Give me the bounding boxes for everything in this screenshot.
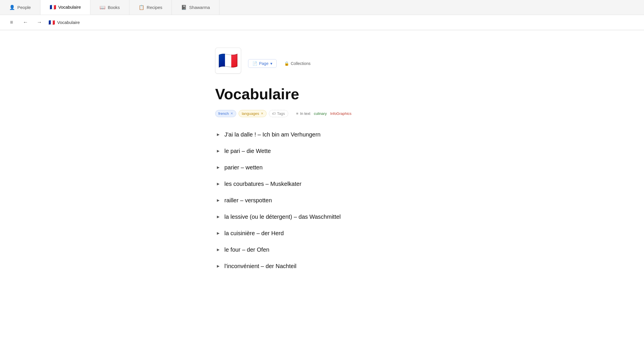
- page-title: Vocabulaire: [215, 85, 481, 103]
- page-header-actions: 📄 Page ▾ 🔒 Collections: [248, 48, 314, 68]
- add-tag-label: Tags: [277, 111, 285, 116]
- tags-row: french ✕ languages ✕ 🏷 Tags ≡ In text cu…: [215, 110, 481, 117]
- page-type-button[interactable]: 📄 Page ▾: [248, 59, 277, 68]
- vocab-text-3: les courbatures – Muskelkater: [224, 180, 301, 188]
- vocab-item-6[interactable]: ▶ la cuisinière – der Herd: [215, 225, 481, 242]
- vocab-text-4: railler – verspotten: [224, 196, 272, 204]
- list-lines-icon: ≡: [296, 111, 299, 116]
- toggle-icon-0[interactable]: ▶: [215, 132, 221, 137]
- tab-people-label: People: [17, 5, 31, 10]
- vocab-text-8: l'inconvénient – der Nachteil: [224, 262, 297, 270]
- toggle-icon-6[interactable]: ▶: [215, 230, 221, 236]
- french-flag-toolbar-icon: 🇫🇷: [49, 19, 55, 26]
- vocab-text-6: la cuisinière – der Herd: [224, 229, 284, 237]
- tab-shawarma-label: Shawarma: [189, 5, 210, 10]
- vocab-text-7: le four – der Ofen: [224, 246, 269, 254]
- back-icon: ←: [23, 19, 28, 25]
- back-button[interactable]: ←: [21, 18, 30, 27]
- vocabulary-list: ▶ J'ai la dalle ! – Ich bin am Verhunger…: [215, 126, 481, 274]
- collections-icon: 🔒: [284, 61, 289, 66]
- vocab-text-2: parier – wetten: [224, 163, 263, 171]
- shawarma-icon: 📓: [181, 5, 187, 10]
- vocab-item-7[interactable]: ▶ le four – der Ofen: [215, 242, 481, 258]
- tag-languages-label: languages: [242, 111, 259, 116]
- vocab-item-8[interactable]: ▶ l'inconvénient – der Nachteil: [215, 258, 481, 274]
- toggle-icon-7[interactable]: ▶: [215, 247, 221, 253]
- page-btn-icon: 📄: [252, 61, 257, 66]
- list-icon: ≡: [10, 19, 13, 25]
- toggle-icon-3[interactable]: ▶: [215, 181, 221, 187]
- collections-button[interactable]: 🔒 Collections: [280, 59, 314, 68]
- related-tag-culinary[interactable]: culinary: [314, 111, 327, 116]
- vocab-text-5: la lessive (ou le détergent) – das Wasch…: [224, 213, 341, 221]
- forward-button[interactable]: →: [35, 18, 44, 27]
- related-section: ≡ In text culinary InfoGraphics: [296, 111, 352, 116]
- toolbar-title-container: 🇫🇷 Vocabulaire: [49, 19, 80, 26]
- tag-french[interactable]: french ✕: [215, 110, 236, 117]
- page-header: 🇫🇷 📄 Page ▾ 🔒 Collections: [215, 42, 481, 74]
- tab-vocabulaire-label: Vocabulaire: [58, 5, 81, 10]
- list-view-button[interactable]: ≡: [7, 18, 16, 27]
- in-text-container: ≡ In text: [296, 111, 310, 116]
- tab-books-label: Books: [108, 5, 120, 10]
- chevron-down-icon: ▾: [270, 61, 272, 66]
- page-content: 🇫🇷 📄 Page ▾ 🔒 Collections Vocabulaire fr…: [163, 30, 481, 286]
- vocab-text-1: le pari – die Wette: [224, 147, 271, 155]
- in-text-label-text: In text: [300, 111, 310, 116]
- toolbar-page-title: Vocabulaire: [57, 20, 80, 25]
- vocab-item-1[interactable]: ▶ le pari – die Wette: [215, 143, 481, 159]
- toggle-icon-8[interactable]: ▶: [215, 263, 221, 269]
- tab-shawarma[interactable]: 📓 Shawarma: [172, 0, 219, 15]
- page-btn-label: Page: [259, 61, 269, 66]
- collections-btn-label: Collections: [291, 61, 310, 66]
- tab-people[interactable]: 👤 People: [0, 0, 40, 15]
- tab-recipes[interactable]: 📋 Recipes: [129, 0, 172, 15]
- vocab-item-2[interactable]: ▶ parier – wetten: [215, 159, 481, 176]
- vocab-item-0[interactable]: ▶ J'ai la dalle ! – Ich bin am Verhunger…: [215, 126, 481, 143]
- tab-vocabulaire[interactable]: 🇫🇷 Vocabulaire: [40, 0, 90, 15]
- vocab-item-3[interactable]: ▶ les courbatures – Muskelkater: [215, 176, 481, 192]
- tag-languages[interactable]: languages ✕: [239, 110, 267, 117]
- toggle-icon-2[interactable]: ▶: [215, 164, 221, 170]
- tag-languages-remove[interactable]: ✕: [261, 112, 263, 115]
- forward-icon: →: [37, 19, 42, 25]
- add-tag-button[interactable]: 🏷 Tags: [269, 110, 288, 117]
- tag-french-label: french: [218, 111, 229, 116]
- vocab-text-0: J'ai la dalle ! – Ich bin am Verhungern: [224, 130, 321, 139]
- page-icon-flag: 🇫🇷: [215, 48, 241, 74]
- tag-french-remove[interactable]: ✕: [230, 112, 233, 115]
- book-icon: 📖: [100, 5, 105, 10]
- french-flag-icon: 🇫🇷: [218, 51, 238, 70]
- tab-books[interactable]: 📖 Books: [90, 0, 129, 15]
- vocab-item-5[interactable]: ▶ la lessive (ou le détergent) – das Was…: [215, 209, 481, 225]
- toolbar: ≡ ← → 🇫🇷 Vocabulaire: [0, 15, 644, 30]
- toggle-icon-1[interactable]: ▶: [215, 148, 221, 154]
- vocab-item-4[interactable]: ▶ railler – verspotten: [215, 192, 481, 209]
- toggle-icon-5[interactable]: ▶: [215, 214, 221, 220]
- toggle-icon-4[interactable]: ▶: [215, 197, 221, 203]
- tab-bar: 👤 People 🇫🇷 Vocabulaire 📖 Books 📋 Recipe…: [0, 0, 644, 15]
- person-icon: 👤: [9, 5, 15, 10]
- tab-recipes-label: Recipes: [147, 5, 162, 10]
- related-tag-infographics[interactable]: InfoGraphics: [330, 111, 351, 116]
- tag-icon: 🏷: [272, 111, 276, 116]
- french-flag-tab-icon: 🇫🇷: [50, 4, 56, 10]
- recipes-icon: 📋: [139, 5, 144, 10]
